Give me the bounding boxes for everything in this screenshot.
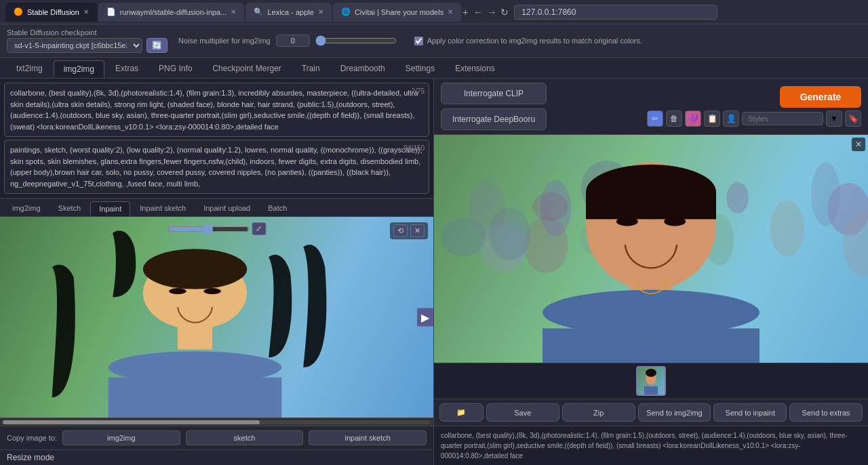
tab-label: Stable Diffusion: [27, 8, 79, 16]
left-column: collarbone, (best quality),(8k, 3d),(pho…: [0, 79, 434, 465]
copy-inpaint-sketch-button[interactable]: inpaint sketch: [309, 430, 427, 445]
sub-tab-img2img[interactable]: img2img: [4, 201, 49, 216]
canvas-toolbar: ⟲ ✕: [390, 222, 428, 239]
thumbnail-canvas: [637, 367, 665, 395]
prompt-counter: 2/75: [412, 86, 425, 96]
style-add-button[interactable]: 🔖: [845, 110, 861, 127]
brush-extra-btn[interactable]: ⤢: [252, 222, 266, 235]
tab-close-2-icon[interactable]: ✕: [231, 8, 236, 16]
right-top-bar: Interrogate CLIP Interrogate DeepBooru G…: [434, 79, 868, 135]
brush-size-slider[interactable]: [167, 224, 249, 235]
nav-tab-extras[interactable]: Extras: [106, 60, 148, 78]
canvas-reset-button[interactable]: ⟲: [393, 224, 408, 237]
style-icon-1[interactable]: ✏: [647, 110, 663, 127]
tab-favicon-2: 📄: [106, 7, 116, 16]
close-generated-image-button[interactable]: ✕: [852, 138, 865, 151]
copy-image-row: Copy image to: img2img sketch inpaint sk…: [0, 426, 433, 449]
browser-navigation: ← → ↻: [473, 7, 509, 18]
color-correction-checkbox[interactable]: [414, 37, 423, 45]
zip-button[interactable]: Zip: [562, 403, 635, 422]
checkpoint-select[interactable]: sd-v1-5-inpainting.ckpt [c6bbc15e32]: [7, 38, 142, 53]
tab-label-3: Lexica - apple: [267, 8, 314, 16]
save-button[interactable]: Save: [486, 403, 559, 422]
tab-label-2: runwayml/stable-diffusion-inpa...: [120, 8, 227, 16]
tab-close-3-icon[interactable]: ✕: [318, 8, 323, 16]
tab-civitai[interactable]: 🌐 Civitai | Share your models ✕: [333, 3, 461, 22]
nav-tab-extensions[interactable]: Extensions: [446, 60, 505, 78]
copy-sketch-button[interactable]: sketch: [186, 430, 304, 445]
generated-image-canvas: [434, 135, 868, 363]
person-canvas[interactable]: [0, 217, 433, 418]
noise-input[interactable]: [276, 35, 310, 47]
scrollbar-thumb: [3, 420, 260, 424]
sub-tab-sketch[interactable]: Sketch: [50, 201, 90, 216]
main-content: collarbone, (best quality),(8k, 3d),(pho…: [0, 79, 868, 465]
color-correction-label: Apply color correction to img2img result…: [427, 37, 642, 45]
new-tab-button[interactable]: +: [462, 7, 468, 18]
interrogate-deepbooru-button[interactable]: Interrogate DeepBooru: [441, 108, 547, 130]
canvas-close-button[interactable]: ✕: [410, 224, 425, 237]
nav-tab-png-info[interactable]: PNG Info: [149, 60, 201, 78]
address-bar[interactable]: [514, 5, 717, 20]
positive-prompt-box[interactable]: collarbone, (best quality),(8k, 3d),(pho…: [4, 83, 429, 137]
styles-input[interactable]: [742, 112, 823, 125]
send-extras-button[interactable]: Send to extras: [789, 403, 863, 422]
thumbnail-row: [434, 363, 868, 399]
style-icon-4[interactable]: 📋: [704, 110, 720, 127]
generated-image-area: ✕: [434, 135, 868, 363]
noise-label: Noise multiplier for img2img: [178, 37, 271, 45]
canvas-scrollbar[interactable]: [0, 418, 433, 426]
nav-tab-settings[interactable]: Settings: [396, 60, 444, 78]
back-button[interactable]: ←: [473, 7, 483, 18]
send-img2img-button[interactable]: Send to img2img: [638, 403, 711, 422]
canvas-expand-button[interactable]: ▶: [417, 308, 433, 327]
interrogate-clip-button[interactable]: Interrogate CLIP: [441, 83, 547, 104]
brush-slider-container: ⤢: [167, 222, 266, 235]
sub-tab-inpaint-sketch[interactable]: Inpaint sketch: [132, 201, 194, 216]
refresh-button[interactable]: ↻: [500, 7, 509, 18]
negative-prompt-box[interactable]: paintings, sketch, (worst quality:2), (l…: [4, 140, 429, 194]
nav-tab-dreambooth[interactable]: Dreambooth: [331, 60, 395, 78]
open-folder-button[interactable]: 📁: [439, 403, 484, 422]
style-icon-2[interactable]: 🗑: [666, 110, 682, 127]
negative-prompt-text: paintings, sketch, (worst quality:2), (l…: [10, 146, 422, 188]
generate-button[interactable]: Generate: [780, 86, 861, 108]
tab-runway[interactable]: 📄 runwayml/stable-diffusion-inpa... ✕: [98, 3, 245, 22]
sub-tab-batch[interactable]: Batch: [260, 201, 295, 216]
noise-slider[interactable]: [315, 35, 397, 46]
forward-button[interactable]: →: [487, 7, 496, 18]
style-icon-5[interactable]: 👤: [723, 110, 739, 127]
tab-stable-diffusion[interactable]: 🟠 Stable Diffusion ✕: [5, 3, 97, 22]
style-icons: ✏ 🗑 💜 📋 👤: [647, 110, 739, 127]
right-top-right: Generate ✏ 🗑 💜 📋 👤 ▼ 🔖: [647, 86, 861, 127]
sub-tabs: img2img Sketch Inpaint Inpaint sketch In…: [0, 199, 433, 217]
copy-image-label: Copy image to:: [7, 434, 57, 442]
top-bar: Stable Diffusion checkpoint sd-v1-5-inpa…: [0, 24, 868, 58]
style-icon-3[interactable]: 💜: [685, 110, 701, 127]
result-prompt-text: collarbone, (best quality),(8k, 3d),(pho…: [434, 426, 868, 465]
sub-tab-inpaint-upload[interactable]: Inpaint upload: [195, 201, 258, 216]
tab-close-4-icon[interactable]: ✕: [448, 8, 453, 16]
positive-prompt-text: collarbone, (best quality),(8k, 3d),(pho…: [10, 89, 418, 131]
nav-tab-train[interactable]: Train: [292, 60, 330, 78]
inpaint-canvas-container[interactable]: ⟲ ✕ ⤢ ▶: [0, 217, 433, 418]
resize-mode-row: Resize mode: [0, 449, 433, 465]
tab-close-icon[interactable]: ✕: [83, 8, 89, 16]
tab-favicon-3: 🔍: [254, 7, 263, 16]
scrollbar-track: [3, 420, 431, 424]
color-correction-section: Apply color correction to img2img result…: [414, 37, 642, 45]
nav-tab-img2img[interactable]: img2img: [54, 60, 104, 78]
copy-img2img-button[interactable]: img2img: [62, 430, 180, 445]
resize-mode-label: Resize mode: [7, 453, 54, 462]
send-inpaint-button[interactable]: Send to inpaint: [713, 403, 787, 422]
sub-tab-inpaint[interactable]: Inpaint: [90, 201, 130, 216]
tab-lexica[interactable]: 🔍 Lexica - apple ✕: [245, 3, 332, 22]
tab-label-4: Civitai | Share your models: [355, 8, 443, 16]
checkpoint-label: Stable Diffusion checkpoint: [7, 28, 167, 37]
style-dropdown-button[interactable]: ▼: [826, 110, 842, 127]
tab-bar: 🟠 Stable Diffusion ✕ 📄 runwayml/stable-d…: [5, 3, 468, 22]
nav-tab-checkpoint[interactable]: Checkpoint Merger: [203, 60, 290, 78]
image-thumbnail[interactable]: [636, 366, 666, 396]
refresh-checkpoint-button[interactable]: 🔄: [146, 38, 167, 53]
nav-tab-txt2img[interactable]: txt2img: [7, 60, 52, 78]
